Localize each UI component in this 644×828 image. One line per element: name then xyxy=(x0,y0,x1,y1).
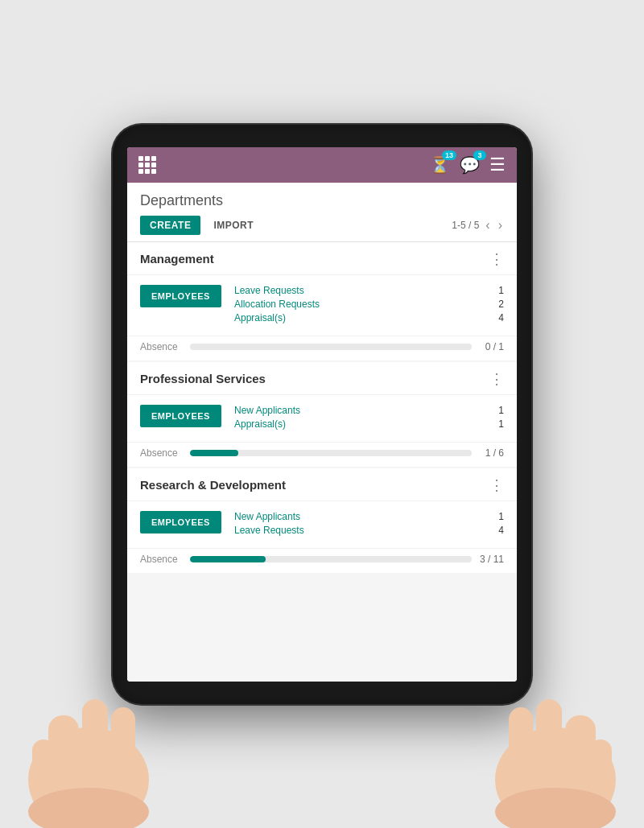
chat-icon-wrap[interactable]: 💬 3 xyxy=(460,155,480,175)
prev-page-button[interactable]: ‹ xyxy=(484,218,491,233)
absence-progress-bar xyxy=(190,556,472,562)
stat-row: Leave Requests1 xyxy=(234,285,504,296)
stat-label[interactable]: Appraisal(s) xyxy=(234,418,286,430)
scene: ⏳ 13 💬 3 ☰ Departments xyxy=(0,0,644,828)
absence-progress-fill xyxy=(190,450,238,456)
dept-more-icon[interactable]: ⋮ xyxy=(489,476,504,494)
page-header: Departments CREATE IMPORT 1-5 / 5 ‹ › xyxy=(127,183,517,242)
stat-label[interactable]: New Applicants xyxy=(234,511,300,522)
stat-label[interactable]: Appraisal(s) xyxy=(234,312,286,323)
svg-point-11 xyxy=(495,788,616,828)
dept-card-footer: Absence3 / 11 xyxy=(127,548,517,573)
svg-rect-2 xyxy=(82,699,108,796)
stat-label[interactable]: New Applicants xyxy=(234,405,300,416)
main-content: Departments CREATE IMPORT 1-5 / 5 ‹ › xyxy=(127,183,517,682)
employees-button[interactable]: EMPLOYEES xyxy=(140,405,221,427)
svg-point-5 xyxy=(28,788,149,828)
stat-value: 2 xyxy=(498,299,504,310)
stat-row: New Applicants1 xyxy=(234,405,504,416)
stat-value: 1 xyxy=(498,285,504,296)
stat-row: Leave Requests4 xyxy=(234,525,504,536)
absence-progress-bar xyxy=(190,450,472,456)
absence-label: Absence xyxy=(140,447,182,459)
dept-more-icon[interactable]: ⋮ xyxy=(489,250,504,268)
svg-rect-3 xyxy=(111,707,135,796)
absence-label: Absence xyxy=(140,341,182,352)
employees-button[interactable]: EMPLOYEES xyxy=(140,511,221,533)
tablet-screen: ⏳ 13 💬 3 ☰ Departments xyxy=(127,147,517,682)
pagination-text: 1-5 / 5 xyxy=(452,220,479,231)
svg-point-6 xyxy=(495,727,616,828)
department-card: Management⋮EMPLOYEESLeave Requests1Alloc… xyxy=(127,242,517,360)
department-card: Research & Development⋮EMPLOYEESNew Appl… xyxy=(127,468,517,573)
tablet-frame: ⏳ 13 💬 3 ☰ Departments xyxy=(113,125,531,704)
create-button[interactable]: CREATE xyxy=(140,216,200,235)
dept-name: Research & Development xyxy=(140,478,286,492)
absence-count: 0 / 1 xyxy=(480,341,504,352)
department-card: Professional Services⋮EMPLOYEESNew Appli… xyxy=(127,362,517,467)
absence-progress-fill xyxy=(190,556,266,562)
hamburger-menu-icon[interactable]: ☰ xyxy=(489,154,506,175)
svg-point-0 xyxy=(28,727,149,828)
stat-value: 4 xyxy=(498,525,504,536)
absence-count: 1 / 6 xyxy=(480,447,504,459)
stat-value: 4 xyxy=(498,312,504,323)
stat-label[interactable]: Leave Requests xyxy=(234,285,304,296)
svg-rect-10 xyxy=(589,739,612,808)
header-right: ⏳ 13 💬 3 ☰ xyxy=(430,154,506,175)
activity-badge: 13 xyxy=(442,150,456,160)
svg-rect-4 xyxy=(32,739,55,808)
absence-progress-bar xyxy=(190,344,472,350)
dept-name: Management xyxy=(140,252,214,266)
stat-value: 1 xyxy=(498,511,504,522)
dept-stats: New Applicants1Appraisal(s)1 xyxy=(234,405,504,432)
import-button[interactable]: IMPORT xyxy=(207,216,260,235)
stat-row: Appraisal(s)1 xyxy=(234,418,504,430)
toolbar: CREATE IMPORT 1-5 / 5 ‹ › xyxy=(140,216,504,235)
dept-card-header: Professional Services⋮ xyxy=(127,362,517,395)
grid-menu-icon[interactable] xyxy=(138,156,156,174)
dept-card-body: EMPLOYEESNew Applicants1Leave Requests4 xyxy=(127,501,517,548)
employees-button[interactable]: EMPLOYEES xyxy=(140,285,221,307)
dept-card-header: Research & Development⋮ xyxy=(127,468,517,501)
svg-rect-7 xyxy=(565,715,596,804)
header-bar: ⏳ 13 💬 3 ☰ xyxy=(127,147,517,183)
toolbar-left: CREATE IMPORT xyxy=(140,216,260,235)
stat-row: Appraisal(s)4 xyxy=(234,312,504,323)
svg-rect-9 xyxy=(509,707,533,796)
dept-stats: Leave Requests1Allocation Requests2Appra… xyxy=(234,285,504,326)
dept-name: Professional Services xyxy=(140,372,266,385)
stat-label[interactable]: Leave Requests xyxy=(234,525,304,536)
next-page-button[interactable]: › xyxy=(497,218,504,233)
department-list: Management⋮EMPLOYEESLeave Requests1Alloc… xyxy=(127,242,517,573)
dept-card-body: EMPLOYEESLeave Requests1Allocation Reque… xyxy=(127,275,517,336)
dept-card-body: EMPLOYEESNew Applicants1Appraisal(s)1 xyxy=(127,395,517,442)
page-title: Departments xyxy=(140,192,504,209)
dept-card-footer: Absence1 / 6 xyxy=(127,442,517,467)
dept-card-footer: Absence0 / 1 xyxy=(127,336,517,360)
stat-label[interactable]: Allocation Requests xyxy=(234,299,320,310)
absence-label: Absence xyxy=(140,554,182,565)
svg-rect-1 xyxy=(48,715,79,804)
pagination: 1-5 / 5 ‹ › xyxy=(452,218,504,233)
dept-card-header: Management⋮ xyxy=(127,242,517,275)
activity-icon-wrap[interactable]: ⏳ 13 xyxy=(430,155,450,175)
stat-row: Allocation Requests2 xyxy=(234,299,504,310)
dept-more-icon[interactable]: ⋮ xyxy=(489,370,504,388)
chat-badge: 3 xyxy=(473,150,486,160)
svg-rect-8 xyxy=(536,699,562,796)
stat-value: 1 xyxy=(498,405,504,416)
stat-value: 1 xyxy=(498,418,504,430)
absence-count: 3 / 11 xyxy=(480,554,504,565)
dept-stats: New Applicants1Leave Requests4 xyxy=(234,511,504,538)
stat-row: New Applicants1 xyxy=(234,511,504,522)
